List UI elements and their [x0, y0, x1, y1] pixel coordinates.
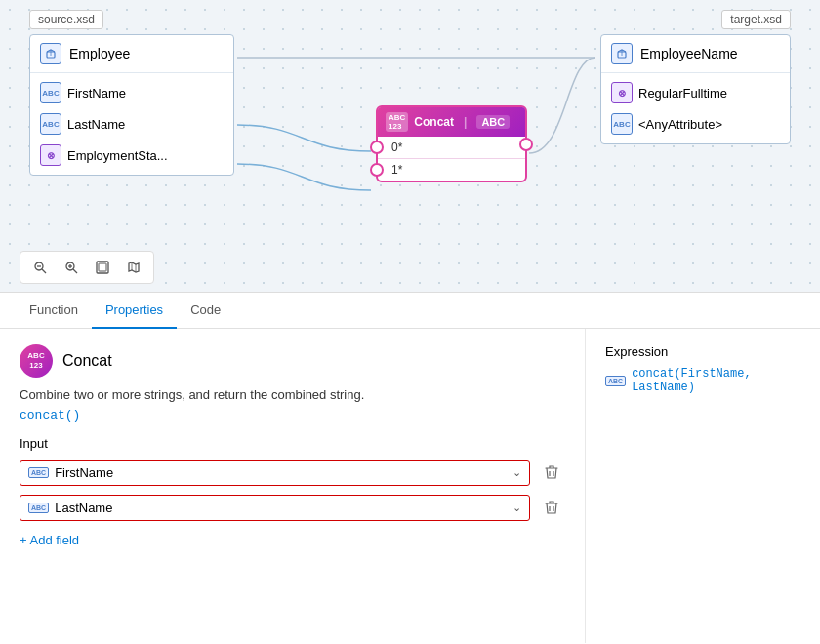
field-value-0: FirstName [55, 465, 512, 480]
input-label: Input [20, 436, 565, 451]
employment-node[interactable]: ⊗ EmploymentSta... [30, 140, 233, 171]
tab-properties[interactable]: Properties [92, 293, 177, 329]
zoom-out-button[interactable] [26, 256, 54, 279]
svg-line-7 [73, 269, 77, 273]
expression-label: Expression [605, 344, 800, 359]
fit-view-button[interactable] [89, 256, 116, 279]
delete-field-1[interactable] [538, 494, 565, 521]
source-label: source.xsd [29, 10, 103, 29]
diagram-area: source.xsd target.xsd Employee ABC First… [0, 0, 820, 293]
map-button[interactable] [120, 256, 147, 279]
expression-text: concat(FirstName, LastName) [632, 367, 800, 394]
tab-bar: Function Properties Code [0, 293, 820, 329]
input-dot-1 [370, 163, 384, 177]
dropdown-arrow-1[interactable]: ⌄ [512, 502, 521, 514]
left-panel: ABC 123 Concat Combine two or more strin… [0, 329, 586, 643]
employee-label: Employee [69, 46, 130, 61]
anyattribute-label: <AnyAttribute> [638, 117, 722, 132]
add-field-label: + Add field [20, 533, 79, 547]
regularfulltime-label: RegularFulltime [638, 86, 727, 101]
input-field-1[interactable]: ABC LastName ⌄ [20, 495, 530, 521]
concat-box[interactable]: ABC123 Concat | ABC 0* 1* [376, 105, 527, 182]
firstname-node[interactable]: ABC FirstName [30, 77, 233, 108]
abc-icon-anyattr: ABC [611, 113, 633, 135]
field-icon-1: ABC [28, 503, 49, 513]
function-header: ABC 123 Concat [20, 344, 565, 378]
dropdown-arrow-0[interactable]: ⌄ [512, 466, 521, 479]
employee-box: Employee ABC FirstName ABC LastName ⊗ Em… [29, 34, 234, 176]
employee-header: Employee [30, 35, 233, 73]
target-children: ⊗ RegularFulltime ABC <AnyAttribute> [601, 73, 790, 143]
add-field-button[interactable]: + Add field [20, 529, 79, 551]
abc-icon-firstname: ABC [40, 82, 62, 103]
delete-field-0[interactable] [538, 459, 565, 486]
input-row-0: ABC FirstName ⌄ [20, 459, 565, 486]
firstname-label: FirstName [67, 86, 126, 101]
diagram-toolbar [20, 251, 154, 284]
lastname-label: LastName [67, 117, 125, 132]
cube-icon-target [611, 43, 633, 64]
bottom-panel: Function Properties Code ABC 123 Concat … [0, 293, 820, 644]
function-icon: ABC 123 [20, 344, 53, 378]
target-box: EmployeeName ⊗ RegularFulltime ABC <AnyA… [600, 34, 791, 144]
input-row-1: ABC LastName ⌄ [20, 494, 565, 521]
panel-content: ABC 123 Concat Combine two or more strin… [0, 329, 820, 643]
field-value-1: LastName [55, 501, 512, 515]
regularfulltime-node[interactable]: ⊗ RegularFulltime [601, 77, 790, 108]
cube-icon [40, 43, 62, 64]
employee-children: ABC FirstName ABC LastName ⊗ EmploymentS… [30, 73, 233, 175]
input-field-0[interactable]: ABC FirstName ⌄ [20, 460, 530, 486]
concat-header: ABC123 Concat | ABC [378, 107, 525, 137]
tab-function[interactable]: Function [16, 293, 92, 329]
svg-line-4 [42, 269, 46, 273]
abc-icon-lastname: ABC [40, 113, 62, 135]
concat-abc-label: ABC [476, 115, 510, 129]
cross-icon-employment: ⊗ [40, 144, 62, 166]
employment-label: EmploymentSta... [67, 148, 168, 163]
zoom-in-button[interactable] [58, 256, 85, 279]
input-dot-0 [370, 141, 384, 154]
lastname-node[interactable]: ABC LastName [30, 108, 233, 140]
svg-rect-11 [99, 263, 106, 271]
employeename-label: EmployeeName [640, 46, 738, 61]
right-panel: Expression ABC concat(FirstName, LastNam… [586, 329, 820, 643]
concat-abc-icon: ABC123 [386, 112, 408, 132]
input-label-0: 0* [386, 141, 402, 154]
function-name: Concat [62, 352, 112, 370]
input-label-1: 1* [386, 163, 402, 177]
function-description: Combine two or more strings, and return … [20, 387, 565, 402]
tab-code[interactable]: Code [177, 293, 234, 329]
field-icon-0: ABC [28, 467, 49, 478]
target-header: EmployeeName [601, 35, 790, 73]
target-label: target.xsd [721, 10, 791, 29]
function-syntax: concat() [20, 408, 565, 423]
concat-title: Concat [414, 115, 454, 129]
cross-icon-regular: ⊗ [611, 82, 633, 103]
concat-input-0[interactable]: 0* [378, 137, 525, 159]
expression-icon: ABC [605, 376, 626, 386]
expression-value: ABC concat(FirstName, LastName) [605, 367, 800, 394]
concat-input-1[interactable]: 1* [378, 159, 525, 181]
anyattribute-node[interactable]: ABC <AnyAttribute> [601, 108, 790, 140]
